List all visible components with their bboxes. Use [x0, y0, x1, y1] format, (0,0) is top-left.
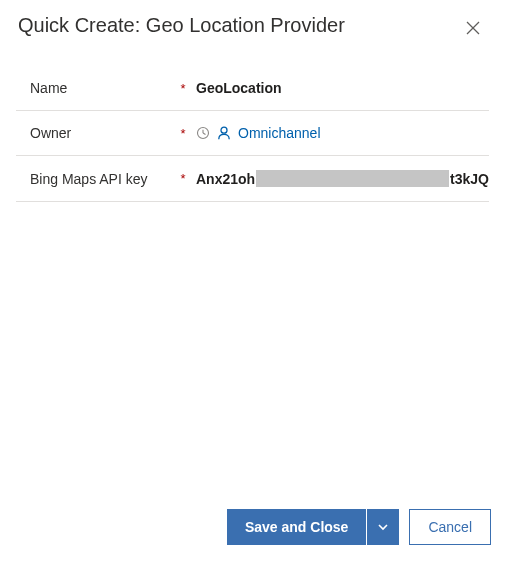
required-marker: * [176, 171, 190, 186]
field-row-name: Name * GeoLocation [16, 66, 489, 111]
save-split-button: Save and Close [227, 509, 400, 545]
required-marker: * [176, 126, 190, 141]
name-value: GeoLocation [196, 80, 282, 96]
api-key-prefix: Anx21oh [196, 171, 255, 187]
field-label: Owner [16, 125, 176, 141]
chevron-down-icon [377, 521, 389, 533]
api-key-suffix: t3kJQ [450, 171, 489, 187]
panel-title: Quick Create: Geo Location Provider [18, 12, 345, 38]
field-row-api-key: Bing Maps API key * Anx21oh t3kJQ [16, 156, 489, 202]
name-input[interactable]: GeoLocation [190, 80, 489, 96]
required-marker: * [176, 81, 190, 96]
save-and-close-button[interactable]: Save and Close [227, 509, 367, 545]
owner-input[interactable]: Omnichannel [190, 125, 489, 141]
recent-icon [196, 126, 210, 140]
field-label: Name [16, 80, 176, 96]
redacted-segment [256, 170, 449, 187]
api-key-value: Anx21oh t3kJQ [196, 170, 489, 187]
svg-point-5 [221, 127, 227, 133]
svg-line-4 [203, 133, 206, 135]
owner-link[interactable]: Omnichannel [238, 125, 321, 141]
person-icon [216, 125, 232, 141]
close-button[interactable] [461, 16, 485, 40]
save-dropdown-button[interactable] [367, 509, 399, 545]
cancel-button[interactable]: Cancel [409, 509, 491, 545]
quick-create-panel: Quick Create: Geo Location Provider Name… [0, 0, 505, 561]
panel-header: Quick Create: Geo Location Provider [0, 0, 505, 46]
field-row-owner: Owner * Omnichannel [16, 111, 489, 156]
form-body: Name * GeoLocation Owner * [0, 46, 505, 202]
panel-footer: Save and Close Cancel [227, 509, 491, 545]
close-icon [466, 21, 480, 35]
field-label: Bing Maps API key [16, 171, 176, 187]
api-key-input[interactable]: Anx21oh t3kJQ [190, 170, 489, 187]
